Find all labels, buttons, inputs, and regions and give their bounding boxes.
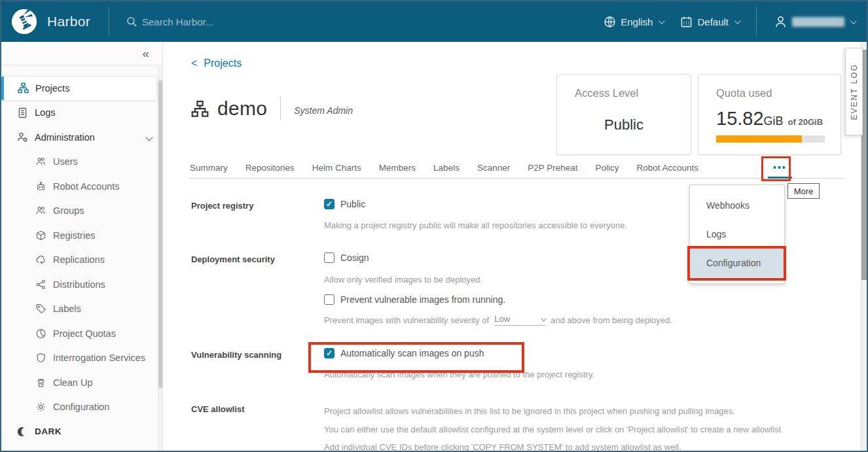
sidebar-item-registries[interactable]: Registries: [1, 223, 162, 248]
cosign-checkbox-row: Cosign: [324, 252, 672, 263]
tab-scanner[interactable]: Scanner: [477, 160, 511, 178]
severity-select[interactable]: Low: [494, 314, 545, 326]
tab-more-ellipsis[interactable]: •••: [768, 160, 792, 179]
project-role: System Admin: [294, 101, 353, 116]
check-icon: ✓: [326, 200, 333, 208]
project-registry-row: Project registry ✓ Public Making a proje…: [191, 199, 627, 230]
sidebar-item-groups[interactable]: Groups: [1, 199, 162, 224]
sidebar-item-projects[interactable]: Projects: [1, 76, 157, 101]
event-log-tab[interactable]: EVENT LOG: [845, 48, 863, 135]
sidebar-item-interrogation-services[interactable]: Interrogation Services: [1, 346, 162, 371]
theme-toggle-label: DARK: [35, 426, 62, 436]
tab-robot-accounts[interactable]: Robot Accounts: [636, 160, 700, 178]
collapse-sidebar-button[interactable]: «: [142, 47, 149, 60]
sidebar: « Projects: [1, 42, 163, 451]
sidebar-item-configuration[interactable]: Configuration: [1, 395, 162, 420]
breadcrumb-projects-link[interactable]: < Projects: [191, 58, 242, 69]
check-icon: ✓: [326, 349, 333, 357]
quota-total: of 20GiB: [788, 117, 823, 127]
vulnerability-scanning-row: Vulnerability scanning ✓ Automatically s…: [191, 348, 594, 379]
cosign-checkbox-label[interactable]: Cosign: [340, 252, 369, 263]
access-level-title: Access Level: [575, 87, 691, 99]
tab-summary[interactable]: Summary: [189, 160, 228, 178]
sidebar-item-label: Clean Up: [53, 377, 92, 388]
quota-unit: GiB: [764, 114, 784, 128]
sidebar-scrollbar-thumb[interactable]: [158, 80, 163, 388]
sidebar-item-labels[interactable]: Labels: [1, 297, 162, 322]
sidebar-item-distributions[interactable]: Distributions: [1, 272, 162, 297]
app-header: Harbor English: [1, 1, 867, 42]
sidebar-item-label: Replications: [53, 254, 105, 265]
quota-used: 15.82: [716, 108, 764, 130]
sidebar-item-administration[interactable]: Administration: [1, 125, 162, 150]
cve-helper-line-2: You can either use the default allowlist…: [324, 421, 781, 439]
quota-title: Quota used: [716, 87, 841, 99]
public-checkbox-row: ✓ Public: [324, 199, 627, 209]
cve-helper-line-3: Add individual CVE IDs before clicking '…: [324, 438, 781, 452]
sidebar-item-project-quotas[interactable]: Project Quotas: [1, 321, 162, 346]
sidebar-item-logs[interactable]: Logs: [1, 101, 162, 126]
cve-allowlist-row: CVE allowlist Project allowlist allows v…: [191, 402, 781, 452]
quota-pie-icon: [35, 328, 46, 339]
sidebar-item-label: Groups: [53, 205, 84, 216]
cve-helper-line-1: Project allowlist allows vulnerabilities…: [324, 402, 781, 421]
scope-menu[interactable]: Default: [680, 16, 739, 28]
calendar-icon: [680, 16, 693, 28]
chevron-down-icon: [734, 18, 741, 24]
tab-repositories[interactable]: Repositories: [245, 160, 295, 178]
tab-labels[interactable]: Labels: [433, 160, 460, 178]
auto-scan-checkbox[interactable]: ✓: [324, 348, 335, 358]
sidebar-item-replications[interactable]: Replications: [1, 248, 162, 273]
prevent-vulnerable-checkbox-label[interactable]: Prevent vulnerable images from running.: [340, 294, 505, 305]
header-divider: [109, 7, 109, 36]
access-level-card: Access Level Public: [556, 74, 691, 155]
user-menu[interactable]: [774, 15, 855, 29]
sidebar-collapse-row: «: [1, 42, 162, 65]
project-registry-label: Project registry: [191, 199, 324, 230]
quota-card: Quota used 15.82 GiB of 20GiB: [698, 74, 841, 155]
quota-value: 15.82 GiB of 20GiB: [716, 108, 841, 130]
public-checkbox-label[interactable]: Public: [340, 199, 365, 209]
cve-allowlist-label: CVE allowlist: [191, 402, 324, 452]
vulnerability-scanning-label: Vulnerability scanning: [191, 348, 324, 379]
language-label: English: [621, 16, 653, 27]
harbor-app-window: Harbor English: [0, 0, 868, 452]
prevent-vulnerable-checkbox[interactable]: [324, 294, 335, 305]
tab-policy[interactable]: Policy: [595, 160, 620, 178]
auto-scan-checkbox-label[interactable]: Automatically scan images on push: [340, 348, 484, 358]
sidebar-item-label: Registries: [53, 230, 95, 241]
tab-p2p-preheat[interactable]: P2P Preheat: [527, 160, 578, 178]
harbor-logo-icon[interactable]: [10, 8, 38, 35]
project-name: demo: [217, 97, 267, 120]
sidebar-item-label: Projects: [35, 83, 69, 94]
scope-label: Default: [697, 16, 729, 27]
sidebar-item-robot-accounts[interactable]: Robot Accounts: [1, 174, 162, 199]
tab-members[interactable]: Members: [378, 160, 416, 178]
sidebar-item-api-partial[interactable]: Harbor API V2.0: [1, 444, 162, 451]
search-input[interactable]: [142, 16, 338, 27]
administration-icon: [17, 131, 28, 143]
dropdown-item-configuration[interactable]: Configuration: [690, 249, 784, 277]
label-tag-icon: [35, 304, 46, 314]
dropdown-item-webhooks[interactable]: Webhooks: [690, 191, 784, 220]
theme-toggle-dark[interactable]: DARK: [1, 419, 162, 444]
title-divider: [280, 97, 281, 120]
chevron-down-icon: [659, 18, 665, 24]
gear-icon: [35, 402, 46, 412]
chevron-down-icon: [541, 316, 547, 321]
dropdown-item-logs[interactable]: Logs: [690, 220, 784, 249]
language-menu[interactable]: English: [604, 16, 663, 28]
tab-helm-charts[interactable]: Helm Charts: [312, 160, 362, 178]
sidebar-item-label: Users: [53, 156, 78, 167]
chevron-down-icon: [850, 18, 857, 24]
sidebar-item-label: Robot Accounts: [53, 181, 120, 192]
sidebar-item-clean-up[interactable]: Clean Up: [1, 370, 162, 395]
sidebar-item-label: Project Quotas: [53, 328, 116, 339]
sidebar-item-users[interactable]: Users: [1, 150, 162, 175]
more-dropdown-menu: Webhooks Logs Configuration: [689, 184, 785, 284]
distributions-icon: [35, 279, 46, 290]
search-icon: [126, 16, 137, 27]
public-checkbox[interactable]: ✓: [324, 199, 335, 209]
cosign-checkbox[interactable]: [324, 252, 335, 263]
sidebar-scrollbar[interactable]: [158, 66, 162, 451]
